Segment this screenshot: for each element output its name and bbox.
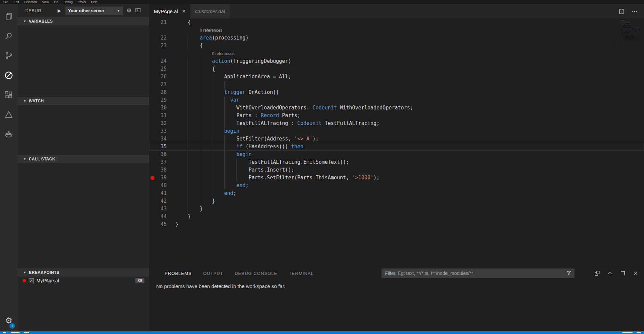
line-number[interactable]: 41 — [156, 189, 167, 197]
code-line-21[interactable]: 21 { — [149, 19, 644, 26]
search-icon[interactable] — [0, 26, 18, 46]
tab-output[interactable]: OUTPUT — [203, 271, 223, 276]
menu-edit[interactable]: Edit — [14, 0, 19, 4]
menu-debug[interactable]: Debug — [63, 0, 73, 4]
code-line-43[interactable]: 43 } — [149, 205, 644, 213]
status-bar-item[interactable] — [622, 332, 633, 333]
code-line-30[interactable]: 30 WithOverloadedOperators: Codeunit Wit… — [149, 104, 644, 112]
code-line-36[interactable]: 36 begin — [149, 151, 644, 158]
code-line-32[interactable]: 32 TestFullALTracing : Codeunit TestFull… — [149, 120, 644, 127]
breakpoint-margin[interactable] — [149, 135, 156, 143]
status-bar-item[interactable] — [3, 332, 6, 333]
tab-problems[interactable]: PROBLEMS — [165, 271, 192, 276]
code-editor[interactable]: 21 { 0 references22 area(processing)23 {… — [149, 19, 644, 266]
menu-go[interactable]: Go — [54, 0, 58, 4]
line-number[interactable]: 35 — [156, 143, 167, 151]
menu-view[interactable]: View — [42, 0, 49, 4]
breakpoint-margin[interactable] — [149, 112, 156, 120]
breakpoint-margin[interactable] — [149, 205, 156, 213]
line-number[interactable]: 44 — [156, 213, 167, 221]
breakpoint-margin[interactable] — [149, 73, 156, 81]
code-line-39[interactable]: 39 Parts.SetFilter(Parts.ThisAmount, '>1… — [149, 174, 644, 182]
manage-button[interactable]: ⚙ 1 — [0, 313, 18, 328]
panel-restore-icon[interactable] — [620, 270, 626, 276]
problems-filter-input[interactable] — [382, 268, 575, 278]
docker-icon[interactable] — [0, 124, 18, 144]
section-header-breakpoints[interactable]: ▼ BREAKPOINTS — [18, 268, 149, 277]
status-bar-item[interactable] — [24, 332, 29, 333]
line-number[interactable]: 29 — [156, 96, 167, 104]
line-number[interactable]: 40 — [156, 182, 167, 189]
menu-file[interactable]: File — [3, 0, 8, 4]
tab-debug-console[interactable]: DEBUG CONSOLE — [235, 271, 277, 276]
breakpoint-margin[interactable] — [149, 213, 156, 221]
line-number[interactable]: 26 — [156, 73, 167, 81]
line-number[interactable]: 24 — [156, 57, 167, 65]
line-number[interactable]: 30 — [156, 104, 167, 112]
breakpoint-margin[interactable] — [149, 120, 156, 127]
section-header-variables[interactable]: ▼ VARIABLES — [18, 17, 149, 25]
line-number[interactable]: 33 — [156, 127, 167, 135]
breakpoint-margin[interactable] — [149, 81, 156, 88]
line-number[interactable]: 34 — [156, 135, 167, 143]
line-number[interactable]: 43 — [156, 205, 167, 213]
debug-settings-gear-icon[interactable]: ⚙ — [127, 8, 132, 14]
breakpoint-dot[interactable] — [149, 174, 156, 182]
code-line-24[interactable]: 24 action(TriggeringDebugger) — [149, 57, 644, 65]
code-line-44[interactable]: 44 } — [149, 213, 644, 221]
breakpoint-margin[interactable] — [149, 96, 156, 104]
debug-configuration-select[interactable]: Your other server ▼ — [65, 6, 123, 15]
line-number[interactable]: 23 — [156, 42, 167, 50]
minimap[interactable]: 21 { 0 references22 area(processing)23 {… — [615, 19, 639, 257]
line-number[interactable]: 27 — [156, 81, 167, 88]
line-number[interactable]: 21 — [156, 19, 167, 26]
code-line-31[interactable]: 31 Parts : Record Parts; — [149, 112, 644, 120]
code-line-22[interactable]: 22 area(processing) — [149, 34, 644, 42]
breakpoint-margin[interactable] — [149, 166, 156, 174]
code-line-28[interactable]: 28 trigger OnAction() — [149, 88, 644, 96]
code-line-34[interactable]: 34 SetFilter(Address, '<> A'); — [149, 135, 644, 143]
line-number[interactable]: 42 — [156, 197, 167, 205]
source-control-icon[interactable] — [0, 46, 18, 66]
codelens-references[interactable]: 0 references — [200, 28, 222, 33]
code-line-45[interactable]: 45} — [615, 44, 639, 45]
menu-tasks[interactable]: Tasks — [78, 0, 86, 4]
start-debugging-button[interactable]: ▶ — [57, 8, 62, 13]
line-number[interactable]: 22 — [156, 34, 167, 42]
line-number[interactable]: 28 — [156, 88, 167, 96]
panel-split-icon[interactable] — [594, 270, 600, 276]
line-number[interactable]: 38 — [156, 166, 167, 174]
breakpoint-margin[interactable] — [149, 42, 156, 50]
line-number[interactable]: 36 — [156, 151, 167, 158]
code-line-25[interactable]: 25 { — [149, 65, 644, 73]
al-extension-icon[interactable] — [0, 105, 18, 124]
panel-maximize-icon[interactable] — [607, 270, 613, 276]
breakpoint-list-item[interactable]: ✓ MyPAge.al 39 — [18, 277, 149, 285]
section-header-watch[interactable]: ▼ WATCH — [18, 97, 149, 105]
breakpoint-margin[interactable] — [149, 104, 156, 112]
filter-funnel-icon[interactable] — [566, 270, 572, 277]
tab-mypage-al[interactable]: MyPAge.al ✕ — [149, 4, 190, 19]
tab-customer-dal[interactable]: Customer.dal — [190, 4, 230, 19]
code-line-37[interactable]: 37 TestFullALTracing.EmitSomeText(); — [149, 158, 644, 166]
breakpoint-margin[interactable] — [149, 88, 156, 96]
breakpoint-margin[interactable] — [149, 65, 156, 73]
explorer-icon[interactable] — [0, 7, 18, 26]
section-header-call-stack[interactable]: ▼ CALL STACK — [18, 155, 149, 163]
code-line-23[interactable]: 23 { — [149, 42, 644, 50]
breakpoint-margin[interactable] — [149, 34, 156, 42]
code-line-41[interactable]: 41 end; — [149, 189, 644, 197]
line-number[interactable]: 32 — [156, 120, 167, 127]
line-number[interactable]: 37 — [156, 158, 167, 166]
debug-console-icon[interactable] — [135, 7, 141, 15]
code-line-27[interactable]: 27 — [149, 81, 644, 88]
code-line-45[interactable]: 45} — [149, 221, 644, 228]
more-actions-icon[interactable]: ⋯ — [632, 8, 638, 15]
code-line-40[interactable]: 40 end; — [149, 182, 644, 189]
breakpoint-margin[interactable] — [149, 127, 156, 135]
menu-help[interactable]: Help — [91, 0, 97, 4]
breakpoint-margin[interactable] — [149, 189, 156, 197]
breakpoint-margin[interactable] — [149, 143, 156, 151]
codelens-references[interactable]: 0 references — [212, 51, 234, 56]
menu-selection[interactable]: Selection — [24, 0, 37, 4]
